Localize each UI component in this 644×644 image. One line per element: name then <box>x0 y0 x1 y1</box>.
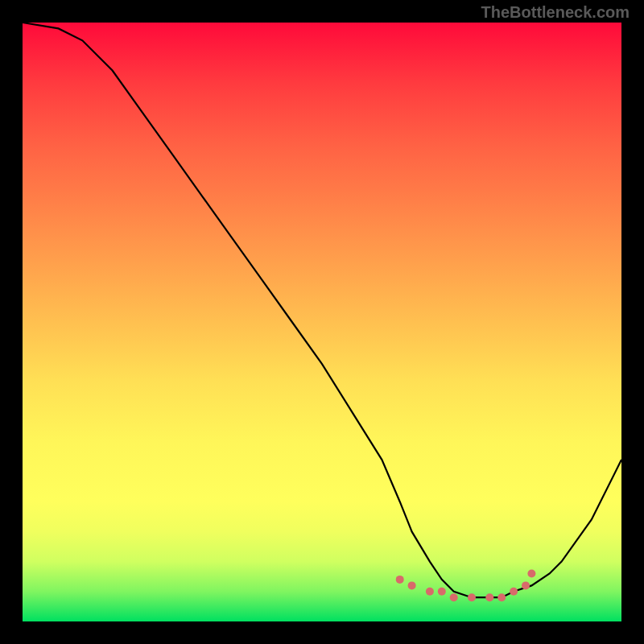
plot-area <box>23 23 621 621</box>
marker-dot <box>426 588 434 596</box>
marker-dot <box>396 576 404 584</box>
watermark-text: TheBottleneck.com <box>481 3 630 22</box>
marker-dot <box>527 570 535 578</box>
curve-line <box>23 23 621 597</box>
marker-dot <box>438 588 446 596</box>
marker-dot <box>510 588 518 596</box>
marker-dot <box>450 593 458 601</box>
marker-dot <box>468 593 476 601</box>
marker-dot <box>497 593 506 601</box>
marker-group <box>396 570 536 602</box>
marker-dot <box>522 581 530 589</box>
marker-dot <box>485 593 493 601</box>
marker-dot <box>408 581 416 589</box>
chart-svg <box>23 23 621 621</box>
